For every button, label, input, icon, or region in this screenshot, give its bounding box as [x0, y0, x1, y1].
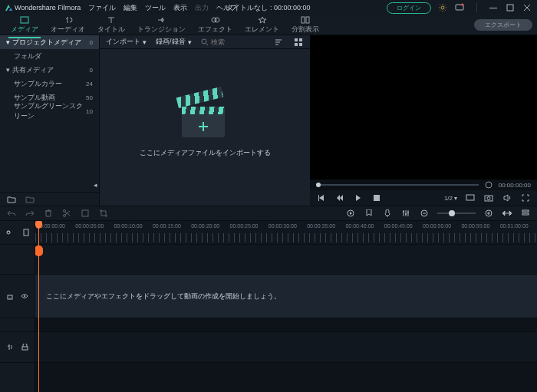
tab-transition[interactable]: トランジション: [131, 15, 192, 36]
zoom-slider[interactable]: [437, 212, 476, 214]
record-dropdown[interactable]: 録画/録音▾: [156, 37, 192, 47]
crop-icon[interactable]: [98, 208, 109, 219]
zoom-in-icon[interactable]: [483, 208, 494, 219]
display-icon[interactable]: [465, 193, 476, 203]
mixer-icon[interactable]: [400, 208, 411, 219]
view-grid-icon[interactable]: [293, 37, 304, 48]
search-box[interactable]: [201, 38, 249, 46]
undo-icon[interactable]: [6, 208, 17, 219]
sort-icon[interactable]: [273, 37, 284, 48]
svg-rect-15: [299, 43, 302, 46]
edit-icon[interactable]: [80, 208, 91, 219]
delete-icon[interactable]: [43, 208, 54, 219]
app-name: Wondershare Filmora: [15, 4, 81, 12]
close-icon[interactable]: [522, 2, 532, 13]
import-dropdown[interactable]: インポート▾: [106, 37, 147, 47]
sidebar-folder[interactable]: フォルダ: [0, 49, 99, 63]
svg-point-8: [215, 18, 219, 22]
track-audio-lock-icon[interactable]: [5, 342, 15, 353]
menu-edit[interactable]: 編集: [124, 3, 137, 13]
maximize-icon[interactable]: [505, 2, 516, 13]
timeline-toolbar: [0, 206, 537, 221]
voiceover-icon[interactable]: [382, 208, 393, 219]
track-audio2[interactable]: [35, 362, 537, 392]
volume-icon[interactable]: [502, 193, 512, 203]
track-header-gap: [0, 318, 35, 331]
track-manage-icon[interactable]: [520, 208, 531, 219]
login-button[interactable]: ログイン: [387, 2, 431, 14]
tab-audio[interactable]: オーディオ: [44, 15, 91, 36]
message-icon[interactable]: [454, 2, 465, 13]
export-button[interactable]: エクスポート: [474, 19, 532, 31]
step-back-icon[interactable]: [334, 193, 345, 203]
ruler-label: 00:00:50:00: [423, 223, 451, 229]
delete-folder-icon[interactable]: [25, 194, 35, 205]
track-adjust-icon[interactable]: [21, 227, 31, 238]
tab-element[interactable]: エレメント: [239, 15, 285, 36]
zoom-out-icon[interactable]: [419, 208, 430, 219]
menu-view[interactable]: 表示: [173, 3, 187, 13]
app-logo: Wondershare Filmora: [5, 4, 88, 12]
timeline-ruler[interactable]: 00:00:00:0000:00:05:0000:00:10:0000:00:1…: [35, 221, 537, 244]
menu-output[interactable]: 出力: [195, 3, 209, 13]
track-video-lock-icon[interactable]: [5, 291, 15, 301]
stop-icon[interactable]: [371, 193, 382, 203]
import-drop-area[interactable]: ここにメディアファイルをインポートする: [100, 49, 310, 206]
svg-point-21: [487, 197, 490, 200]
render-icon[interactable]: [345, 208, 356, 219]
track-header-video[interactable]: [0, 274, 35, 318]
ruler-label: 00:01:00:00: [500, 223, 529, 229]
marker-icon[interactable]: [364, 208, 374, 219]
prev-frame-icon[interactable]: [316, 193, 327, 203]
new-folder-icon[interactable]: [6, 194, 17, 205]
tab-media[interactable]: メディア: [5, 15, 44, 36]
track-header-audio[interactable]: [0, 331, 35, 361]
track-link-icon[interactable]: [3, 227, 14, 238]
preview-video[interactable]: [310, 35, 537, 180]
track-header-audio2: [0, 362, 35, 392]
sidebar-collapse[interactable]: ◂: [0, 178, 99, 192]
preview-progress[interactable]: 00:00:00:00: [310, 180, 537, 190]
track-text[interactable]: [35, 244, 537, 274]
sidebar-sample-color[interactable]: サンプルカラー24: [0, 77, 99, 91]
tab-split[interactable]: 分割表示: [285, 15, 325, 36]
play-icon[interactable]: [353, 193, 364, 203]
svg-point-27: [403, 211, 404, 212]
track-video[interactable]: ここにメディアやエフェクトをドラッグして動画の作成を開始しましょう。: [35, 274, 537, 318]
menu-tools[interactable]: ツール: [145, 3, 166, 13]
redo-icon[interactable]: [25, 208, 35, 219]
menu-file[interactable]: ファイル: [88, 3, 116, 13]
svg-rect-18: [374, 195, 380, 201]
zoom-fit-icon[interactable]: [502, 208, 512, 219]
sidebar-shared-media[interactable]: ▾共有メディア0: [0, 63, 99, 77]
ruler-label: 00:00:20:00: [191, 223, 219, 229]
tab-effect[interactable]: エフェクト: [192, 15, 239, 36]
clapperboard-icon: [182, 97, 228, 139]
module-tabs: メディア オーディオ タイトル トランジション エフェクト エレメント 分割表示…: [0, 15, 537, 35]
loop-icon[interactable]: [483, 180, 494, 190]
split-icon[interactable]: [61, 208, 72, 219]
track-header-text[interactable]: [0, 244, 35, 274]
search-icon: [201, 38, 209, 46]
minimize-icon[interactable]: [488, 2, 499, 13]
search-input[interactable]: [211, 38, 249, 46]
preview-timecode: 00:00:00:00: [499, 182, 531, 189]
svg-rect-6: [21, 17, 28, 23]
ruler-label: 00:00:25:00: [230, 223, 259, 229]
settings-icon[interactable]: [437, 2, 448, 13]
track-audio-mute-icon[interactable]: [20, 342, 31, 353]
sidebar-sample-green[interactable]: サンプルグリーンスクリーン10: [0, 104, 99, 118]
snapshot-icon[interactable]: [483, 193, 494, 203]
svg-point-28: [405, 213, 407, 215]
fullscreen-icon[interactable]: [520, 193, 531, 203]
svg-rect-10: [306, 17, 309, 23]
preview-quality[interactable]: 1/2▾: [444, 195, 457, 202]
track-audio[interactable]: [35, 331, 537, 361]
ruler-label: 00:00:45:00: [384, 223, 413, 229]
tab-title[interactable]: タイトル: [91, 15, 131, 36]
playhead[interactable]: [38, 221, 39, 392]
timeline: 00:00:00:0000:00:05:0000:00:10:0000:00:1…: [0, 221, 537, 392]
ruler-label: 00:00:55:00: [461, 223, 489, 229]
import-hint: ここにメディアファイルをインポートする: [140, 148, 271, 158]
track-video-visible-icon[interactable]: [20, 291, 31, 301]
